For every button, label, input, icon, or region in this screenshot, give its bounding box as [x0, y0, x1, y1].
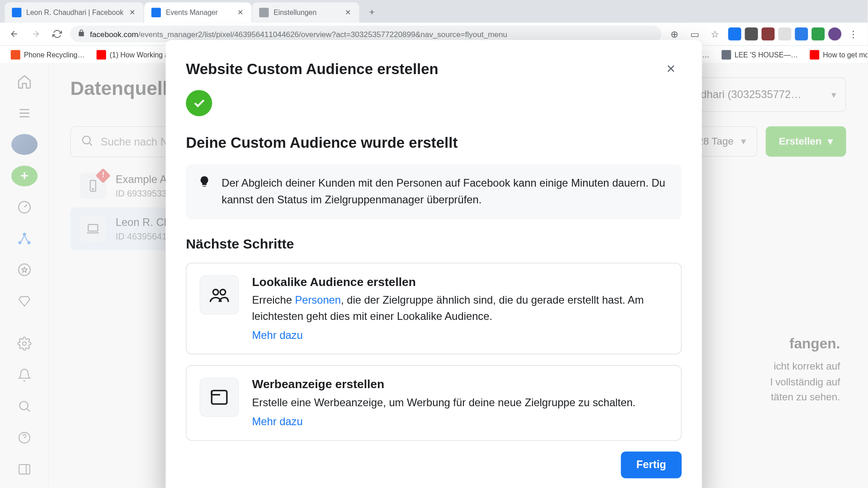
bookmark-icon	[11, 50, 20, 59]
ext-icon[interactable]	[811, 28, 825, 41]
lightbulb-icon	[198, 175, 212, 209]
ext-icon[interactable]	[761, 28, 774, 41]
ext-icon[interactable]	[795, 28, 808, 41]
app-root: Datenquellen Leon R. Chaudhari (30325357…	[0, 63, 868, 488]
tab-title: Einstellungen	[274, 8, 339, 16]
tab-title: Leon R. Chaudhari | Facebook	[26, 8, 123, 16]
bookmark-icon	[722, 50, 731, 59]
ad-window-icon	[200, 378, 239, 417]
kebab-menu-icon[interactable]: ⋮	[845, 26, 862, 42]
bookmark-item[interactable]: Phone Recycling…	[6, 47, 90, 62]
close-button[interactable]	[660, 58, 681, 79]
info-text: Der Abgleich deiner Kunden mit den Perso…	[222, 175, 670, 209]
option-title: Lookalike Audience erstellen	[252, 275, 668, 289]
learn-more-link[interactable]: Mehr dazu	[252, 329, 668, 342]
close-icon[interactable]: ✕	[128, 8, 137, 16]
bookmark-item[interactable]: LEE 'S HOUSE—…	[717, 47, 802, 62]
modal-subtitle: Deine Custom Audience wurde erstellt	[186, 134, 682, 151]
persons-link[interactable]: Personen	[295, 294, 341, 306]
facebook-ext-icon[interactable]	[728, 28, 741, 41]
bookmark-label: How to get more v…	[823, 50, 868, 58]
url-text: facebook.com/events_manager2/list/pixel/…	[90, 29, 654, 38]
bookmark-item[interactable]: How to get more v…	[805, 47, 868, 62]
option-lookalike[interactable]: Lookalike Audience erstellen Erreiche Pe…	[186, 263, 682, 354]
create-audience-modal: Website Custom Audience erstellen Deine …	[165, 40, 702, 488]
svg-point-16	[220, 290, 226, 295]
extension-icons: ⋮	[728, 26, 862, 42]
forward-button[interactable]	[28, 26, 44, 42]
browser-tab[interactable]: Leon R. Chaudhari | Facebook ✕	[5, 2, 144, 23]
settings-favicon-icon	[259, 8, 269, 17]
learn-more-link[interactable]: Mehr dazu	[252, 416, 668, 428]
success-check-icon	[186, 90, 212, 116]
star-icon[interactable]: ☆	[707, 26, 723, 42]
facebook-favicon-icon	[151, 8, 161, 17]
option-description: Erstelle eine Werbeanzeige, um Werbung f…	[252, 395, 668, 411]
info-box: Der Abgleich deiner Kunden mit den Perso…	[186, 164, 682, 219]
close-icon[interactable]: ✕	[344, 8, 352, 16]
bookmark-icon	[97, 50, 106, 59]
browser-tab[interactable]: Einstellungen ✕	[252, 2, 359, 23]
next-steps-heading: Nächste Schritte	[186, 236, 682, 252]
ext-icon[interactable]	[778, 28, 791, 41]
browser-tab[interactable]: Events Manager ✕	[144, 2, 251, 23]
profile-avatar-icon[interactable]	[828, 28, 841, 41]
lock-icon	[77, 29, 85, 39]
new-tab-button[interactable]: +	[363, 4, 380, 21]
modal-title: Website Custom Audience erstellen	[186, 60, 438, 77]
option-description: Erreiche Personen, die der Zielgruppe äh…	[252, 292, 668, 324]
bookmark-label: Phone Recycling…	[24, 50, 85, 58]
option-create-ad[interactable]: Werbeanzeige erstellen Erstelle eine Wer…	[186, 365, 682, 441]
close-icon[interactable]: ✕	[236, 8, 244, 16]
ext-icon[interactable]	[745, 28, 758, 41]
svg-rect-17	[212, 390, 227, 404]
option-title: Werbeanzeige erstellen	[252, 378, 668, 391]
back-button[interactable]	[6, 26, 23, 42]
svg-point-15	[213, 290, 218, 295]
reload-button[interactable]	[49, 26, 66, 42]
done-button[interactable]: Fertig	[621, 451, 681, 478]
tab-strip: Leon R. Chaudhari | Facebook ✕ Events Ma…	[0, 0, 868, 23]
tab-title: Events Manager	[166, 8, 231, 16]
bookmark-label: LEE 'S HOUSE—…	[735, 50, 798, 58]
facebook-favicon-icon	[12, 8, 21, 17]
bookmark-icon	[810, 50, 819, 59]
people-icon	[200, 275, 239, 314]
